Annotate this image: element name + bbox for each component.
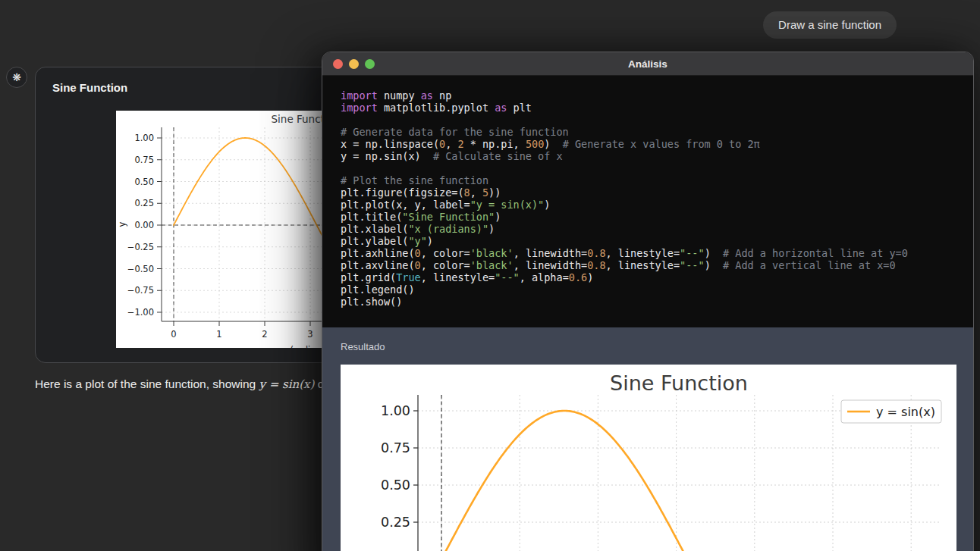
y-axis-label: y	[117, 221, 127, 227]
code-line: # Generate data for the sine function	[341, 126, 973, 138]
y-tick-label: −1.00	[127, 307, 154, 318]
result-label: Resultado	[341, 341, 955, 352]
code-line: plt.axhline(0, color='black', linewidth=…	[341, 247, 973, 259]
plot-title: Sine Function	[610, 371, 748, 395]
code-line: x = np.linspace(0, 2 * np.pi, 500) # Gen…	[341, 138, 973, 150]
legend-label: y = sin(x)	[876, 405, 935, 419]
code-line: plt.xlabel("x (radians)")	[341, 223, 973, 235]
code-line: plt.plot(x, y, label="y = sin(x)")	[341, 199, 973, 211]
assistant-avatar: ❋	[6, 67, 27, 88]
y-tick-label: −0.25	[127, 242, 154, 252]
window-titlebar[interactable]: Análisis	[322, 52, 973, 76]
code-line: # Plot the sine function	[341, 174, 973, 186]
sine-curve	[441, 411, 933, 551]
user-message-pill[interactable]: Draw a sine function	[763, 11, 897, 39]
desktop: { "page": { "background": "#292929" }, "…	[0, 0, 980, 551]
y-tick-label: 0.25	[381, 515, 410, 530]
code-line: plt.title("Sine Function")	[341, 211, 973, 223]
code-line: plt.ylabel("y")	[341, 235, 973, 247]
y-tick-label: −0.50	[127, 264, 154, 274]
y-tick-label: 0.00	[134, 220, 154, 230]
y-tick-label: 0.50	[381, 477, 410, 493]
code-line: plt.legend()	[341, 283, 973, 296]
x-tick-label: 1	[216, 329, 221, 340]
y-tick-label: 0.50	[134, 177, 154, 187]
code-line: plt.figure(figsize=(8, 5))	[341, 186, 973, 199]
x-tick-label: 2	[262, 329, 267, 340]
code-line: import matplotlib.pyplot as plt	[341, 102, 973, 114]
window-title: Análisis	[322, 58, 973, 70]
openai-logo-icon: ❋	[12, 71, 21, 83]
y-tick-label: −0.75	[127, 285, 154, 296]
code-editor[interactable]: import numpy as npimport matplotlib.pypl…	[322, 76, 973, 327]
code-line: y = np.sin(x) # Calculate sine of x	[341, 150, 973, 162]
code-line: plt.show()	[341, 296, 973, 308]
y-tick-label: 0.75	[134, 155, 154, 165]
code-line: import numpy as np	[341, 89, 973, 102]
card-title: Sine Function	[52, 81, 127, 94]
analysis-result-plot: −1.00−0.75−0.50−0.250.000.250.500.751.00…	[341, 365, 956, 551]
x-tick-label: 0	[171, 329, 176, 340]
code-line	[341, 162, 973, 174]
y-tick-label: 1.00	[381, 403, 410, 418]
message-math-expression: y = sin(x)	[259, 377, 315, 391]
y-tick-label: 0.25	[134, 198, 154, 208]
y-tick-label: 0.75	[381, 440, 410, 456]
code-line	[341, 114, 973, 126]
y-tick-label: 1.00	[134, 133, 154, 143]
analysis-window[interactable]: Análisis import numpy as npimport matplo…	[322, 52, 974, 551]
code-line: plt.axvline(0, color='black', linewidth=…	[341, 259, 973, 271]
x-tick-label: 3	[307, 329, 313, 340]
message-text-prefix: Here is a plot of the sine function, sho…	[35, 377, 259, 390]
code-line: plt.grid(True, linestyle="--", alpha=0.6…	[341, 271, 973, 283]
result-section: Resultado −1.00−0.75−0.50−0.250.000.250.…	[322, 327, 973, 551]
